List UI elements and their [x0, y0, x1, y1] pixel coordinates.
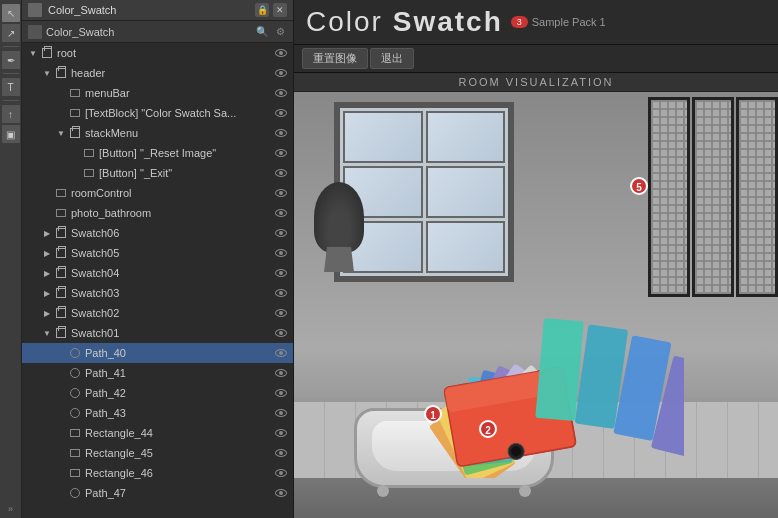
monitor-tool[interactable]: ▣ — [2, 125, 20, 143]
visibility-path43[interactable] — [273, 405, 289, 421]
tree-item-swatch03[interactable]: Swatch03 — [22, 283, 293, 303]
expand-header[interactable] — [40, 66, 54, 80]
layer-icon-path47 — [68, 486, 82, 500]
expand-swatch04[interactable] — [40, 266, 54, 280]
visibility-swatch04[interactable] — [273, 265, 289, 281]
content-area: Color Swatch 3 Sample Pack 1 重置图像 退出 ROO… — [294, 0, 778, 518]
tree-item-photo[interactable]: photo_bathroom — [22, 203, 293, 223]
visibility-photo[interactable] — [273, 205, 289, 221]
more-tools[interactable]: » — [8, 504, 13, 514]
tree-item-path47[interactable]: Path_47 — [22, 483, 293, 503]
cursor-tool[interactable]: ↑ — [2, 105, 20, 123]
tree-item-swatch05[interactable]: Swatch05 — [22, 243, 293, 263]
select-tool[interactable]: ↖ — [2, 4, 20, 22]
tree-item-btn-exit[interactable]: [Button] "_Exit" — [22, 163, 293, 183]
tree-item-rect45[interactable]: Rectangle_45 — [22, 443, 293, 463]
layer-header: Color_Swatch 🔍 ⚙ — [22, 21, 293, 43]
visibility-header[interactable] — [273, 65, 289, 81]
plant — [314, 172, 364, 272]
visibility-stackmenu[interactable] — [273, 125, 289, 141]
visibility-swatch02[interactable] — [273, 305, 289, 321]
color-swatch-fan[interactable] — [394, 298, 684, 478]
item-label-stackmenu: stackMenu — [85, 127, 271, 139]
item-label-rect44: Rectangle_44 — [85, 427, 271, 439]
tree-item-path41[interactable]: Path_41 — [22, 363, 293, 383]
expand-stackmenu[interactable] — [54, 126, 68, 140]
bathroom-scene: 1 2 5 — [294, 92, 778, 518]
item-label-swatch06: Swatch06 — [71, 227, 271, 239]
expand-swatch05[interactable] — [40, 246, 54, 260]
tree-item-root[interactable]: root — [22, 43, 293, 63]
tree-item-path40[interactable]: Path_40 — [22, 343, 293, 363]
item-label-textblock: [TextBlock] "Color Swatch Sa... — [85, 107, 271, 119]
item-label-path42: Path_42 — [85, 387, 271, 399]
layer-icon-swatch01 — [54, 326, 68, 340]
tree-item-swatch04[interactable]: Swatch04 — [22, 263, 293, 283]
expand-swatch01[interactable] — [40, 326, 54, 340]
visibility-swatch05[interactable] — [273, 245, 289, 261]
exit-btn[interactable]: 退出 — [370, 48, 414, 69]
visibility-path41[interactable] — [273, 365, 289, 381]
expand-root[interactable] — [26, 46, 40, 60]
tree-item-swatch02[interactable]: Swatch02 — [22, 303, 293, 323]
tree-item-stackmenu[interactable]: stackMenu — [22, 123, 293, 143]
layer-header-icons: 🔍 ⚙ — [255, 25, 287, 39]
item-label-path41: Path_41 — [85, 367, 271, 379]
settings-icon[interactable]: ⚙ — [273, 25, 287, 39]
toolbar-sep-2 — [3, 73, 19, 74]
tree-item-header[interactable]: header — [22, 63, 293, 83]
visibility-textblock[interactable] — [273, 105, 289, 121]
expand-swatch02[interactable] — [40, 306, 54, 320]
visibility-rect44[interactable] — [273, 425, 289, 441]
visibility-swatch01[interactable] — [273, 325, 289, 341]
panel-close-btn[interactable]: ✕ — [273, 3, 287, 17]
layer-icon-header — [54, 66, 68, 80]
pen-tool[interactable]: ✒ — [2, 51, 20, 69]
layer-icon-root — [40, 46, 54, 60]
window-pane-1 — [343, 111, 423, 163]
item-label-rect45: Rectangle_45 — [85, 447, 271, 459]
tree-item-path42[interactable]: Path_42 — [22, 383, 293, 403]
item-label-swatch01: Swatch01 — [71, 327, 271, 339]
item-label-path40: Path_40 — [85, 347, 271, 359]
direct-select-tool[interactable]: ↗ — [2, 24, 20, 42]
tree-item-rect44[interactable]: Rectangle_44 — [22, 423, 293, 443]
visibility-path42[interactable] — [273, 385, 289, 401]
item-label-swatch03: Swatch03 — [71, 287, 271, 299]
reset-image-btn[interactable]: 重置图像 — [302, 48, 368, 69]
search-icon[interactable]: 🔍 — [255, 25, 269, 39]
svg-rect-14 — [535, 318, 584, 421]
viz-image: 1 2 5 — [294, 92, 778, 518]
layer-icon-btn-exit — [82, 166, 96, 180]
visibility-btn-reset[interactable] — [273, 145, 289, 161]
layer-icon-textblock — [68, 106, 82, 120]
visibility-menubar[interactable] — [273, 85, 289, 101]
visibility-rect46[interactable] — [273, 465, 289, 481]
tree-item-swatch06[interactable]: Swatch06 — [22, 223, 293, 243]
item-label-btn-exit: [Button] "_Exit" — [99, 167, 271, 179]
tree-item-textblock[interactable]: [TextBlock] "Color Swatch Sa... — [22, 103, 293, 123]
app-title-bar: Color Swatch 3 Sample Pack 1 — [294, 0, 778, 45]
visibility-rect45[interactable] — [273, 445, 289, 461]
tree-item-path43[interactable]: Path_43 — [22, 403, 293, 423]
visibility-roomcontrol[interactable] — [273, 185, 289, 201]
screen-section-3 — [736, 97, 778, 297]
visibility-root[interactable] — [273, 45, 289, 61]
visibility-path47[interactable] — [273, 485, 289, 501]
expand-swatch06[interactable] — [40, 226, 54, 240]
visibility-path40[interactable] — [273, 345, 289, 361]
panel-lock-btn[interactable]: 🔒 — [255, 3, 269, 17]
tree-item-menubar[interactable]: menuBar — [22, 83, 293, 103]
tree-item-swatch01[interactable]: Swatch01 — [22, 323, 293, 343]
visibility-swatch06[interactable] — [273, 225, 289, 241]
visibility-swatch03[interactable] — [273, 285, 289, 301]
tree-item-roomcontrol[interactable]: roomControl — [22, 183, 293, 203]
tree-item-rect46[interactable]: Rectangle_46 — [22, 463, 293, 483]
sample-pack-badge: 3 — [511, 16, 528, 28]
visibility-btn-exit[interactable] — [273, 165, 289, 181]
text-tool[interactable]: T — [2, 78, 20, 96]
tree-item-btn-reset[interactable]: [Button] "_Reset Image" — [22, 143, 293, 163]
item-label-root: root — [57, 47, 271, 59]
expand-swatch03[interactable] — [40, 286, 54, 300]
layer-icon-path43 — [68, 406, 82, 420]
